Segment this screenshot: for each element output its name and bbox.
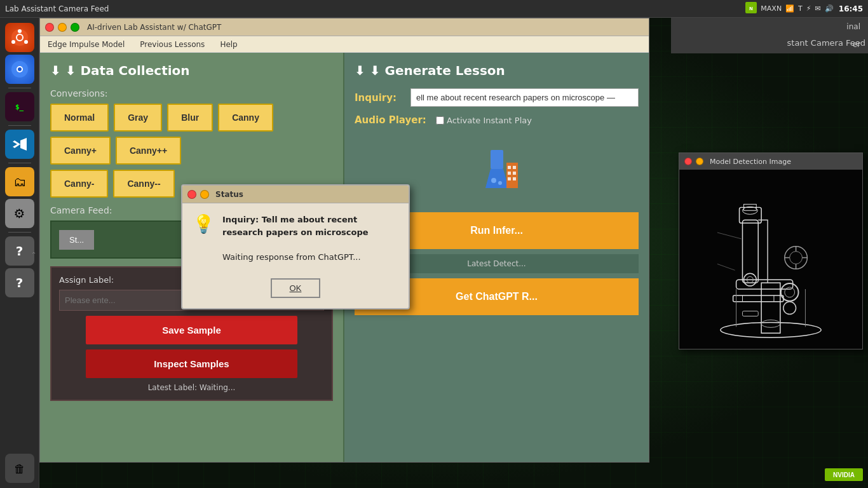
bg-top-right-bar: inal	[671, 18, 868, 36]
canny-plus-btn[interactable]: Canny+	[50, 137, 111, 165]
camera-start-btn[interactable]: St...	[59, 230, 94, 250]
normal-btn[interactable]: Normal	[50, 104, 109, 132]
inspect-samples-btn[interactable]: Inspect Samples	[86, 349, 298, 378]
latest-label-text: Latest Label: Waiting...	[59, 383, 324, 392]
svg-point-5	[11, 40, 15, 44]
svg-point-4	[18, 29, 22, 33]
model-content	[679, 170, 862, 349]
microscope-sketch	[679, 170, 862, 349]
model-min-btn[interactable]	[696, 158, 703, 165]
dialog-titlebar: Status	[182, 186, 409, 203]
svg-rect-17	[508, 166, 511, 169]
nvidia-tray-icon: N	[745, 2, 757, 15]
svg-point-14	[491, 178, 496, 183]
gray-btn[interactable]: Gray	[114, 104, 162, 132]
status-dialog: Status 💡 Inquiry: Tell me about recent r…	[181, 184, 410, 309]
model-close-btn[interactable]	[684, 158, 692, 165]
system-tray: N MAXN 📶 T ⚡ ✉ 🔊	[745, 2, 833, 15]
svg-point-6	[24, 40, 28, 44]
canny-btn[interactable]: Canny	[218, 104, 273, 132]
window-title: AI-driven Lab Assistant w/ ChatGPT	[87, 23, 221, 32]
svg-rect-19	[508, 172, 511, 175]
clock: 16:45	[839, 4, 863, 13]
data-collection-title: ⬇ Data Collection	[50, 63, 333, 78]
svg-rect-21	[508, 177, 511, 180]
dialog-body: 💡 Inquiry: Tell me about recent research…	[182, 203, 409, 273]
dock-separator-1	[8, 88, 31, 88]
menu-edge-impulse[interactable]: Edge Impulse Model	[45, 39, 127, 50]
svg-point-9	[18, 67, 22, 71]
help2-dock-icon[interactable]: ?	[5, 268, 34, 297]
dialog-inquiry-text: Inquiry: Tell me about recent research p…	[222, 215, 369, 237]
mail-icon: ✉	[815, 4, 821, 13]
audio-player-label: Audio Player:	[355, 114, 431, 126]
svg-marker-13	[485, 169, 508, 188]
bg-camera-feed-text: stant Camera Feed	[787, 38, 865, 48]
inquiry-input[interactable]	[410, 88, 639, 107]
blur-btn[interactable]: Blur	[167, 104, 213, 132]
canny-minusminus-btn[interactable]: Canny--	[113, 170, 174, 198]
window-max-btn[interactable]	[71, 23, 79, 32]
dialog-title: Status	[215, 190, 243, 199]
window-titlebar: AI-driven Lab Assistant w/ ChatGPT	[40, 18, 649, 36]
conversion-row-2: Canny+ Canny++	[50, 137, 333, 165]
canny-plusplus-btn[interactable]: Canny++	[116, 137, 181, 165]
taskbar-left: Lab Assistant Camera Feed	[5, 4, 109, 13]
audio-player-row: Audio Player: Activate Instant Play	[355, 114, 639, 126]
dock-separator-4	[8, 232, 31, 233]
settings-dock-icon[interactable]: ⚙	[5, 199, 34, 228]
data-collection-arrow: ⬇	[65, 63, 81, 78]
model-titlebar: Model Detection Image	[679, 153, 862, 170]
inquiry-label: Inquiry:	[355, 92, 405, 104]
taskbar: Lab Assistant Camera Feed N MAXN 📶 T ⚡ ✉…	[0, 0, 868, 18]
model-detection-window: Model Detection Image	[679, 152, 863, 349]
window-menubar: Edge Impulse Model Previous Lessons Help	[40, 36, 649, 53]
canny-minus-btn[interactable]: Canny-	[50, 170, 108, 198]
dialog-waiting-text: Waiting response from ChatGPT...	[222, 252, 361, 262]
dialog-icon-row: 💡 Inquiry: Tell me about recent research…	[193, 214, 398, 263]
taskbar-right: N MAXN 📶 T ⚡ ✉ 🔊 16:45	[745, 2, 863, 15]
dialog-close-btn[interactable]	[187, 190, 196, 199]
window-min-btn[interactable]	[58, 23, 67, 32]
generate-lesson-arrow: ⬇	[370, 63, 385, 78]
volume-icon: 🔊	[825, 4, 834, 13]
save-sample-btn[interactable]: Save Sample	[86, 316, 298, 344]
menu-help[interactable]: Help	[217, 39, 240, 50]
svg-rect-22	[513, 177, 516, 180]
window-close-btn[interactable]	[45, 23, 54, 32]
dock-separator-3	[8, 163, 31, 163]
nvidia-logo: NVIDIA	[825, 468, 863, 483]
dock-collapse-arrow[interactable]: ‹	[29, 250, 39, 255]
lab-flask-icon	[471, 144, 522, 194]
activate-instant-play[interactable]: Activate Instant Play	[436, 116, 532, 125]
text-icon: T	[798, 4, 803, 13]
menu-previous-lessons[interactable]: Previous Lessons	[137, 39, 207, 50]
svg-rect-18	[513, 166, 516, 169]
inquiry-row: Inquiry:	[355, 88, 639, 107]
nvidia-logo-svg: NVIDIA	[825, 468, 863, 481]
trash-dock-icon[interactable]: 🗑	[5, 454, 34, 483]
lightbulb-icon: 💡	[193, 214, 215, 234]
bluetooth-icon: ⚡	[806, 4, 811, 13]
vscode-dock-icon[interactable]	[5, 130, 34, 159]
activate-label: Activate Instant Play	[447, 116, 532, 125]
maxn-label: MAXN	[761, 4, 782, 13]
terminal-dock-icon[interactable]: $_	[5, 92, 34, 121]
dialog-footer: OK	[182, 273, 409, 308]
dock-separator-2	[8, 125, 31, 126]
chrome-dock-icon[interactable]	[5, 55, 34, 84]
ok-button[interactable]: OK	[271, 278, 321, 298]
activate-checkbox[interactable]	[436, 116, 444, 125]
ubuntu-dock-icon[interactable]	[5, 23, 34, 52]
conversions-label: Conversions:	[50, 88, 333, 98]
conversion-row-1: Normal Gray Blur Canny	[50, 104, 333, 132]
bg-inal-text: inal	[846, 22, 860, 31]
dialog-min-btn[interactable]	[200, 190, 209, 199]
files-dock-icon[interactable]: 🗂	[5, 167, 34, 196]
dock: $_ 🗂 ⚙ ? ? 🗑 ‹	[0, 18, 39, 488]
generate-lesson-title: ⬇ Generate Lesson	[355, 63, 639, 78]
model-title: Model Detection Image	[710, 158, 791, 166]
taskbar-title: Lab Assistant Camera Feed	[5, 4, 109, 13]
wifi-icon: 📶	[785, 4, 794, 13]
desktop: Lab Assistant Camera Feed N MAXN 📶 T ⚡ ✉…	[0, 0, 868, 488]
